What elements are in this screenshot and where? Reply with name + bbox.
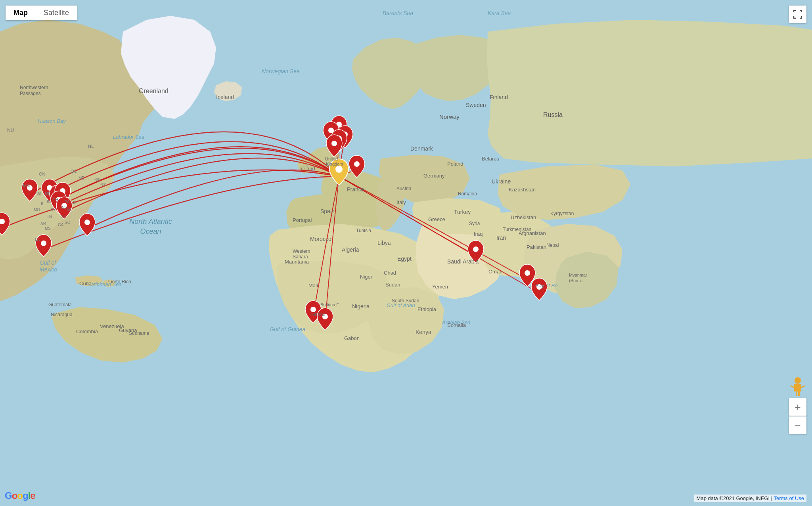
svg-text:Sudan: Sudan bbox=[385, 282, 400, 288]
svg-text:MI: MI bbox=[45, 192, 49, 196]
svg-point-7 bbox=[335, 166, 343, 173]
svg-line-132 bbox=[801, 386, 804, 388]
zoom-in-button[interactable]: + bbox=[789, 398, 806, 416]
zoom-controls: + − bbox=[789, 398, 806, 435]
svg-text:WI: WI bbox=[36, 192, 41, 196]
svg-text:MO: MO bbox=[34, 208, 40, 212]
terms-of-use-link[interactable]: Terms of Use bbox=[774, 495, 804, 501]
svg-text:Finland: Finland bbox=[490, 94, 508, 100]
svg-text:Greenland: Greenland bbox=[139, 88, 169, 94]
svg-text:MS: MS bbox=[45, 226, 51, 231]
svg-text:NC: NC bbox=[61, 214, 66, 219]
svg-text:Ghana: Ghana bbox=[311, 312, 326, 317]
svg-text:Russia: Russia bbox=[543, 111, 563, 118]
svg-text:Nepal: Nepal bbox=[546, 242, 559, 248]
pegman-button[interactable] bbox=[789, 375, 806, 399]
svg-line-131 bbox=[791, 386, 794, 388]
svg-text:Romania: Romania bbox=[458, 191, 477, 197]
svg-text:Labrador Sea: Labrador Sea bbox=[113, 134, 144, 140]
svg-text:Libya: Libya bbox=[377, 240, 391, 246]
svg-point-17 bbox=[310, 307, 316, 312]
svg-text:France: France bbox=[347, 186, 364, 193]
svg-text:Puerto Rico: Puerto Rico bbox=[106, 279, 131, 285]
svg-text:NS: NS bbox=[100, 183, 106, 187]
svg-text:Colombia: Colombia bbox=[76, 328, 98, 334]
map-container: Hudson Bay Labrador Sea North Atlantic O… bbox=[0, 0, 812, 506]
svg-text:Mexico: Mexico bbox=[40, 266, 57, 273]
svg-text:Hudson Bay: Hudson Bay bbox=[38, 118, 66, 124]
map-type-toggle[interactable]: Map Satellite bbox=[6, 6, 77, 20]
svg-text:Guatemala: Guatemala bbox=[48, 302, 72, 307]
svg-text:AR: AR bbox=[40, 221, 46, 226]
svg-text:Ukraine: Ukraine bbox=[492, 178, 511, 185]
svg-text:IL: IL bbox=[41, 202, 44, 206]
svg-text:Kazakhstan: Kazakhstan bbox=[509, 187, 536, 193]
svg-point-5 bbox=[331, 141, 337, 146]
map-type-satellite-button[interactable]: Satellite bbox=[36, 6, 77, 20]
map-attribution: Map data ©2021 Google, INEGI | Terms of … bbox=[694, 495, 806, 502]
svg-text:ME: ME bbox=[79, 176, 84, 180]
svg-text:Greece: Greece bbox=[428, 216, 445, 222]
svg-text:South Sudan: South Sudan bbox=[392, 298, 419, 304]
svg-text:Uzbekistan: Uzbekistan bbox=[511, 214, 536, 220]
svg-text:Algeria: Algeria bbox=[342, 246, 359, 253]
svg-text:North Atlantic: North Atlantic bbox=[129, 218, 172, 225]
svg-text:Gulf of Guinea: Gulf of Guinea bbox=[270, 326, 305, 332]
svg-text:Sweden: Sweden bbox=[466, 102, 486, 108]
svg-text:Egypt: Egypt bbox=[397, 256, 412, 262]
svg-text:Cuba: Cuba bbox=[79, 281, 92, 286]
svg-text:Passages: Passages bbox=[20, 91, 41, 96]
svg-text:NL: NL bbox=[88, 144, 94, 149]
svg-text:PA: PA bbox=[65, 200, 70, 204]
map-type-map-button[interactable]: Map bbox=[6, 6, 36, 20]
svg-text:Belarus: Belarus bbox=[482, 156, 500, 162]
svg-text:Kenya: Kenya bbox=[416, 329, 431, 335]
svg-text:Northwestern: Northwestern bbox=[20, 85, 48, 90]
svg-text:Poland: Poland bbox=[447, 161, 463, 167]
svg-text:Somalia: Somalia bbox=[447, 322, 466, 328]
svg-text:Iran: Iran bbox=[496, 235, 506, 241]
svg-text:Germany: Germany bbox=[423, 173, 445, 179]
svg-text:Morocco: Morocco bbox=[310, 236, 331, 242]
svg-text:(UK): (UK) bbox=[301, 164, 310, 168]
svg-text:United: United bbox=[325, 157, 338, 161]
svg-text:Ethiopia: Ethiopia bbox=[417, 306, 437, 312]
svg-text:Austria: Austria bbox=[396, 186, 412, 191]
svg-text:Nicaragua: Nicaragua bbox=[51, 312, 73, 317]
svg-text:Saudi Arabia: Saudi Arabia bbox=[447, 258, 479, 265]
svg-text:Ocean: Ocean bbox=[140, 227, 161, 235]
svg-text:Sahara: Sahara bbox=[293, 254, 308, 260]
svg-text:Nigeria: Nigeria bbox=[352, 303, 370, 309]
svg-text:DE: DE bbox=[71, 200, 77, 205]
svg-text:Tunisia: Tunisia bbox=[356, 228, 372, 233]
svg-text:Chad: Chad bbox=[384, 270, 396, 276]
svg-text:Norway: Norway bbox=[439, 113, 460, 120]
svg-text:VA: VA bbox=[67, 208, 72, 212]
svg-text:Pakistan: Pakistan bbox=[527, 244, 546, 250]
svg-text:KY: KY bbox=[51, 208, 56, 212]
svg-text:LA: LA bbox=[35, 237, 40, 242]
svg-text:Burkina F.: Burkina F. bbox=[320, 302, 340, 307]
zoom-out-button[interactable]: − bbox=[789, 416, 806, 434]
svg-point-14 bbox=[84, 220, 90, 225]
svg-text:Mali: Mali bbox=[308, 283, 318, 288]
svg-text:Portugal: Portugal bbox=[293, 217, 312, 223]
svg-text:Gabon: Gabon bbox=[344, 335, 360, 341]
map-svg: Hudson Bay Labrador Sea North Atlantic O… bbox=[0, 0, 812, 506]
fullscreen-button[interactable] bbox=[789, 6, 806, 23]
svg-point-19 bbox=[473, 246, 479, 252]
svg-text:Spain: Spain bbox=[320, 208, 335, 214]
svg-text:Suriname: Suriname bbox=[129, 330, 149, 336]
svg-text:Mauritania: Mauritania bbox=[285, 259, 309, 265]
svg-text:NB: NB bbox=[94, 178, 100, 182]
svg-text:SC: SC bbox=[65, 220, 70, 225]
svg-text:Syria: Syria bbox=[469, 221, 480, 226]
svg-text:GA: GA bbox=[58, 223, 64, 227]
svg-text:Italy: Italy bbox=[396, 199, 406, 205]
svg-text:TN: TN bbox=[47, 214, 52, 219]
svg-text:WV: WV bbox=[61, 206, 67, 210]
svg-point-20 bbox=[525, 270, 530, 276]
svg-text:IN: IN bbox=[47, 200, 51, 204]
svg-text:Iceland: Iceland bbox=[216, 94, 234, 100]
svg-text:Turkey: Turkey bbox=[454, 209, 471, 215]
